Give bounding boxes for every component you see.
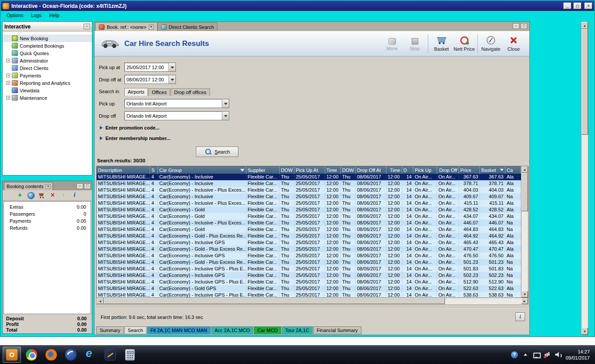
clock[interactable]: 14:27 09/01/2017: [566, 349, 592, 361]
taskbar-app-button[interactable]: [81, 346, 100, 363]
booking-toolbar-icon[interactable]: [38, 192, 46, 199]
table-row[interactable]: MITSUBISHI MIRAGE... 4 Car(Economy) - In…: [97, 193, 521, 200]
booking-contents-row[interactable]: Extras 0.00: [4, 203, 91, 210]
booking-contents-row[interactable]: Passengers 0: [4, 210, 91, 217]
tree-item[interactable]: + Completed Bookings: [3, 42, 92, 49]
column-header[interactable]: DOW: [341, 166, 356, 174]
tree-item[interactable]: + Viewdata: [3, 87, 92, 94]
column-header[interactable]: Pick Up At: [294, 166, 325, 174]
table-row[interactable]: MITSUBISHI MIRAGE... 4 Car(Economy) - Go…: [97, 213, 521, 220]
search-in-tab[interactable]: Airports: [124, 88, 148, 96]
bottom-tab[interactable]: Financial Summary: [313, 326, 361, 334]
table-row[interactable]: MITSUBISHI MIRAGE... 4 Car(Economy) - In…: [97, 266, 521, 272]
tree-item[interactable]: + Reporting and Analytics: [3, 79, 92, 87]
minimize-button[interactable]: _: [564, 3, 571, 9]
search-in-tab[interactable]: Offices: [148, 88, 170, 96]
taskbar-app-button[interactable]: [101, 346, 119, 363]
table-row[interactable]: MITSUBISHI MIRAGE... 4 Car(Economy) - In…: [97, 174, 521, 180]
table-row[interactable]: MITSUBISHI MIRAGE... 4 Car(Economy) - In…: [97, 292, 521, 298]
tray-icon[interactable]: [533, 351, 540, 358]
tree-item[interactable]: + Administrator: [3, 57, 92, 64]
scroll-right-button[interactable]: ►: [521, 298, 528, 304]
taskbar-app-button[interactable]: [42, 346, 60, 363]
column-header[interactable]: Ca: [505, 166, 521, 174]
dropdown-arrow-icon[interactable]: [222, 99, 229, 108]
scroll-left-button[interactable]: ◄: [97, 298, 104, 304]
scrollbar-thumb[interactable]: [581, 29, 588, 135]
table-row[interactable]: MITSUBISHI MIRAGE... 4 Car(Economy) - In…: [97, 200, 521, 206]
maximize-panel-button[interactable]: □: [84, 183, 91, 189]
column-header[interactable]: Basket: [480, 166, 505, 174]
tree-item[interactable]: + New Booking: [3, 35, 92, 42]
table-row[interactable]: MITSUBISHI MIRAGE... 4 Car(Economy) - Go…: [97, 206, 521, 213]
tree-item[interactable]: + Maintenance: [3, 94, 92, 102]
table-row[interactable]: MITSUBISHI MIRAGE... 4 Car(Economy) - Go…: [97, 226, 521, 233]
table-horizontal-scrollbar[interactable]: ◄ ►: [96, 298, 528, 305]
scrollbar-thumb[interactable]: [104, 298, 445, 304]
membership-number-link[interactable]: Enter membership number...: [100, 135, 525, 141]
column-header[interactable]: DOW: [280, 166, 294, 174]
toolbar-button[interactable]: Nett Price: [453, 33, 476, 55]
taskbar-app-button[interactable]: [22, 346, 41, 363]
workspace-vertical-scrollbar[interactable]: ▲ ▼: [581, 21, 588, 335]
tray-icon[interactable]: [555, 351, 562, 358]
taskbar-app-button[interactable]: [3, 346, 21, 363]
column-header[interactable]: Drop Off At: [356, 166, 386, 174]
column-header[interactable]: Time: [386, 166, 402, 174]
bottom-tab[interactable]: Flt 2A,1C MAN MCO MAN: [147, 326, 211, 334]
column-header[interactable]: S: [150, 166, 158, 174]
column-header[interactable]: Drop Off: [437, 166, 459, 174]
panel-maximize-button[interactable]: □: [521, 23, 527, 29]
panel-minimize-button[interactable]: −: [513, 23, 519, 29]
table-row[interactable]: MITSUBISHI MIRAGE... 4 Car(Economy) - Go…: [97, 233, 521, 239]
table-row[interactable]: MITSUBISHI MIRAGE... 4 Car(Economy) - Go…: [97, 285, 521, 292]
info-button[interactable]: i: [515, 312, 525, 321]
booking-contents-tab[interactable]: Booking contents ×: [4, 182, 53, 190]
document-tab[interactable]: Book. ref.: <none> ×: [95, 22, 158, 31]
tray-icon[interactable]: [522, 351, 529, 358]
dropdown-arrow-icon[interactable]: [168, 75, 175, 84]
taskbar-app-button[interactable]: [62, 346, 80, 363]
scroll-down-button[interactable]: ▼: [522, 291, 528, 298]
booking-toolbar-icon[interactable]: [71, 192, 78, 199]
search-in-tab[interactable]: Drop off offices: [171, 88, 210, 96]
expand-icon[interactable]: +: [6, 96, 10, 100]
dropdown-arrow-icon[interactable]: [168, 63, 175, 71]
menu-item[interactable]: Logs: [27, 11, 46, 19]
toolbar-button[interactable]: Stop: [403, 33, 426, 55]
column-header[interactable]: Time: [325, 166, 341, 174]
bottom-tab[interactable]: Search: [124, 326, 147, 334]
column-header[interactable]: Supplier: [246, 166, 280, 174]
column-header[interactable]: Car Group: [158, 166, 246, 174]
booking-contents-row[interactable]: Refunds 0.00: [4, 224, 91, 231]
bottom-tab[interactable]: Acc 2A,1C MCO: [211, 326, 254, 334]
tray-icon[interactable]: [544, 351, 551, 358]
close-tab-icon[interactable]: ×: [149, 24, 154, 30]
menu-item[interactable]: Help: [46, 11, 63, 19]
tray-icon[interactable]: [511, 351, 518, 358]
search-button[interactable]: Search: [196, 147, 238, 157]
scrollbar-thumb[interactable]: [522, 173, 528, 211]
expand-icon[interactable]: +: [6, 74, 10, 77]
pickup-location-select[interactable]: Orlando Intl Airport: [124, 99, 229, 108]
scroll-up-button[interactable]: ▲: [581, 22, 588, 29]
minimize-panel-button[interactable]: −: [77, 183, 83, 189]
table-row[interactable]: MITSUBISHI MIRAGE... 4 Car(Economy) - Go…: [97, 246, 521, 252]
booking-toolbar-icon[interactable]: [60, 192, 67, 199]
dropoff-at-input[interactable]: 08/06/2017 12:00: [124, 75, 176, 84]
column-header[interactable]: D: [402, 166, 413, 174]
column-header[interactable]: Pick Up: [413, 166, 437, 174]
toolbar-button[interactable]: More: [381, 33, 403, 55]
scroll-down-button[interactable]: ▼: [581, 328, 588, 335]
toolbar-button[interactable]: Basket: [430, 33, 453, 55]
table-row[interactable]: MITSUBISHI MIRAGE... 4 Car(Economy) - In…: [97, 252, 521, 259]
taskbar-app-button[interactable]: [121, 346, 139, 363]
promotion-code-link[interactable]: Enter promotion code...: [100, 125, 525, 131]
booking-toolbar-icon[interactable]: [49, 192, 56, 199]
menu-item[interactable]: Options: [3, 11, 27, 19]
filter-icon[interactable]: [240, 169, 245, 172]
toolbar-button[interactable]: Navigate: [480, 33, 502, 55]
booking-contents-row[interactable]: Payments 0.00: [4, 217, 91, 224]
tree-item[interactable]: + Quick Quotes: [3, 49, 92, 57]
pickup-at-input[interactable]: 25/05/2017 12:00: [124, 63, 176, 72]
